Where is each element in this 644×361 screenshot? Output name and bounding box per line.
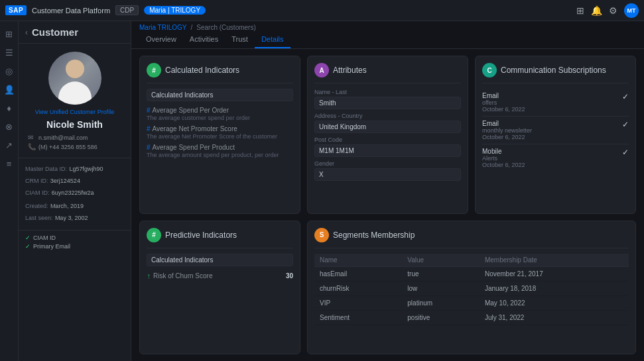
calc-indicators-title: Calculated Indicators (165, 66, 239, 75)
contact-info: ✉ n.smith@mail.com 📞 (M) +44 3256 855 58… (25, 134, 124, 152)
segments-table: Name Value Membership Date hasEmailtrueN… (314, 254, 629, 325)
comm-date-2: October 6, 2022 (482, 134, 532, 140)
sidebar-config-icon[interactable]: ≡ (2, 156, 17, 171)
attributes-header: A Attributes (314, 63, 461, 77)
sidebar-search-icon[interactable]: ◎ (2, 64, 17, 78)
breadcrumb: Maria TRILOGY / Search (Customers) (131, 21, 644, 31)
main-layout: ⊞ ☰ ◎ 👤 ♦ ⊗ ↗ ≡ ‹ Customer View Unified … (0, 21, 644, 361)
ciam-badge: CIAM ID (33, 234, 56, 241)
comm-check-2: ✓ (622, 120, 629, 129)
sidebar-icon-rail: ⊞ ☰ ◎ 👤 ♦ ⊗ ↗ ≡ (0, 21, 19, 361)
sidebar-share-icon[interactable]: ↗ (2, 138, 17, 152)
email-check-icon: ✓ (25, 243, 31, 250)
pred-indicators-icon: # (147, 228, 161, 242)
right-content: Maria TRILOGY / Search (Customers) Overv… (131, 21, 644, 361)
comm-subs-title: Communication Subscriptions (501, 66, 606, 75)
segments-header: S Segments Membership (314, 228, 629, 242)
seg-col-name: Name (314, 254, 402, 267)
segments-title: Segments Membership (333, 231, 415, 240)
churn-score-label: Risk of Churn Score (153, 272, 212, 280)
indicator-desc-3: The average amount spend per product, pe… (147, 152, 293, 158)
indicator-avg-nps: # Average Net Promoter Score The average… (147, 125, 293, 140)
comm-row-mobile: Mobile Alerts October 6, 2022 ✓ (482, 144, 629, 172)
left-panel: ‹ Customer View Unified Customer Profile… (19, 21, 131, 361)
indicator-avg-spend-product: # Average Spend Per Product The average … (147, 144, 293, 158)
seg-cell-value: low (402, 281, 480, 295)
seg-col-date: Membership Date (480, 254, 629, 267)
top-navigation: SAP Customer Data Platform CDP Maria | T… (0, 0, 644, 21)
attributes-icon: A (314, 63, 329, 77)
seg-cell-name: churnRisk (314, 281, 402, 295)
bell-icon[interactable]: 🔔 (591, 5, 602, 16)
sidebar-home-icon[interactable]: ⊞ (2, 26, 17, 41)
comm-channel-email-1: Email (482, 92, 525, 99)
app-title: Customer Data Platform (32, 7, 110, 15)
breadcrumb-link-1[interactable]: Maria TRILOGY (139, 24, 187, 31)
tenant-badge: Maria | TRILOGY (144, 6, 206, 15)
seg-cell-date: July 31, 2022 (480, 310, 629, 325)
nav-icons: ⊞ 🔔 ⚙ MT (576, 3, 639, 18)
sidebar-user-icon[interactable]: 👤 (2, 82, 17, 97)
churn-score-row: ↑ Risk of Churn Score 30 (147, 272, 293, 281)
phone-icon: 📞 (28, 143, 36, 150)
seg-cell-value: platinum (402, 295, 480, 310)
ciam-check-icon: ✓ (25, 234, 31, 241)
tab-activities[interactable]: Activities (183, 32, 225, 48)
seg-col-value: Value (402, 254, 480, 267)
attr-post-code: Post Code M1M 1M1M (314, 136, 461, 157)
communication-subscriptions-card: C Communication Subscriptions Email offe… (475, 56, 636, 214)
comm-channel-mobile: Mobile (482, 148, 525, 155)
view-profile-link[interactable]: View Unified Customer Profile (35, 109, 114, 115)
customer-name: Nicole Smith (46, 119, 103, 130)
content-area: # Calculated Indicators Calculated Indic… (131, 49, 644, 361)
settings-icon[interactable]: ⚙ (609, 5, 617, 16)
ciam-id-value: 6uyn23225fw2a (52, 189, 94, 196)
predictive-indicators-card: # Predictive Indicators Calculated Indic… (139, 221, 300, 355)
comm-sub-newsletter: monthly newsletter (482, 127, 532, 134)
comm-channel-email-2: Email (482, 120, 532, 127)
crm-id-label: CRM ID: (25, 178, 48, 184)
tabs-bar: Overview Activities Trust Details (131, 32, 644, 49)
attributes-title: Attributes (333, 66, 367, 75)
meta-section: Master Data ID: Lg57fgwjh90 CRM ID: 3erj… (19, 158, 131, 230)
calc-section-label: Calculated Indicators (147, 89, 293, 101)
env-badge[interactable]: CDP (115, 5, 139, 15)
sap-logo: SAP (5, 5, 27, 15)
collapse-button[interactable]: ‹ (25, 28, 28, 37)
seg-cell-date: May 10, 2022 (480, 295, 629, 310)
sidebar-segments-icon[interactable]: ⊗ (2, 119, 17, 134)
sidebar-analytics-icon[interactable]: ♦ (2, 101, 17, 115)
badge-section: ✓ CIAM ID ✓ Primary Email (19, 230, 131, 256)
pred-indicators-header: # Predictive Indicators (147, 228, 293, 242)
indicator-avg-spend-order: # Average Spend Per Order The average cu… (147, 107, 293, 121)
crm-id-value: 3erj124524 (50, 178, 80, 184)
indicator-label-3: Average Spend Per Product (153, 144, 235, 151)
pred-section-label: Calculated Indicators (147, 254, 293, 266)
tab-trust[interactable]: Trust (225, 32, 255, 48)
comm-sub-offers: offers (482, 99, 525, 106)
sidebar-menu-icon[interactable]: ☰ (2, 45, 17, 60)
user-avatar[interactable]: MT (624, 3, 639, 18)
primary-email-badge: Primary Email (33, 243, 70, 250)
seg-cell-value: true (402, 266, 480, 281)
attr-name-last: Name - Last Smith (314, 89, 461, 109)
attr-country-label: Address - Country (314, 113, 461, 119)
comm-subs-header: C Communication Subscriptions (482, 63, 629, 77)
attributes-card: A Attributes Name - Last Smith Address -… (307, 56, 468, 214)
score-up-icon: ↑ (147, 272, 151, 281)
created-value: March, 2019 (50, 203, 84, 209)
grid-icon[interactable]: ⊞ (576, 5, 584, 16)
attr-country-value: United Kingdom (314, 121, 461, 133)
last-seen-label: Last seen: (25, 215, 53, 221)
churn-score-value: 30 (286, 272, 293, 280)
seg-cell-date: November 21, 2017 (480, 266, 629, 281)
breadcrumb-sep-1: / (191, 24, 193, 31)
comm-date-3: October 6, 2022 (482, 162, 525, 168)
tab-details[interactable]: Details (255, 32, 290, 48)
tab-overview[interactable]: Overview (139, 32, 183, 48)
indicator-label-2: Average Net Promoter Score (153, 125, 237, 132)
seg-cell-name: Sentiment (314, 310, 402, 325)
table-row: churnRisklowJanuary 18, 2018 (314, 281, 629, 295)
attr-postcode-value: M1M 1M1M (314, 144, 461, 157)
created-label: Created: (25, 203, 48, 209)
